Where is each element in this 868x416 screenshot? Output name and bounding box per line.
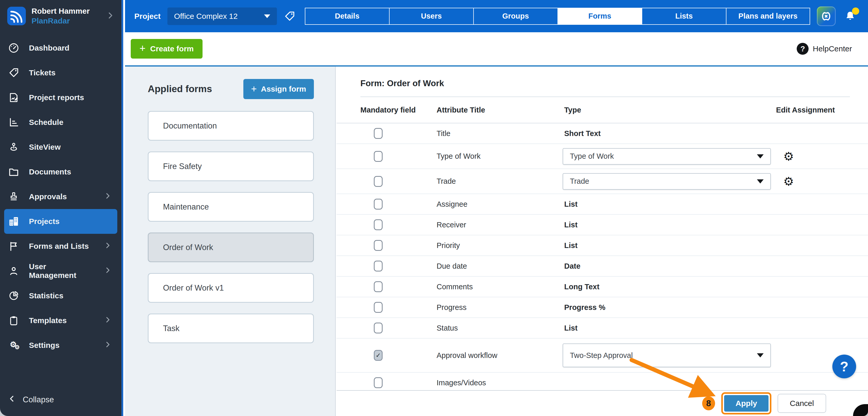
sidebar-item-projects[interactable]: Projects [4, 209, 117, 234]
tab-details[interactable]: Details [305, 8, 389, 25]
mandatory-checkbox[interactable] [374, 199, 382, 210]
column-attribute-title: Attribute Title [437, 106, 564, 114]
sidebar-item-dashboard[interactable]: Dashboard [4, 36, 117, 60]
mandatory-checkbox[interactable] [374, 302, 382, 313]
form-footer: 8 Apply Cancel [337, 390, 868, 416]
tab-users[interactable]: Users [389, 8, 473, 25]
applied-form-card-order-of-work[interactable]: Order of Work [148, 233, 314, 262]
stamp-icon [8, 191, 20, 203]
table-header: Mandatory field Attribute Title Type Edi… [337, 97, 868, 124]
tab-plans-and-layers[interactable]: Plans and layers [726, 8, 810, 25]
help-center-label: HelpCenter [813, 44, 852, 53]
mandatory-checkbox[interactable] [374, 128, 382, 139]
sidebar-item-schedule[interactable]: Schedule [4, 110, 117, 135]
type-dropdown[interactable]: Trade [563, 173, 771, 190]
tab-forms[interactable]: Forms [557, 8, 642, 25]
assign-form-button[interactable]: + Assign form [243, 79, 314, 99]
sidebar-item-templates[interactable]: Templates [4, 308, 117, 333]
tags-icon[interactable] [284, 10, 296, 22]
mandatory-checkbox[interactable] [374, 322, 382, 334]
applied-form-name: Maintenance [163, 202, 209, 212]
sidebar-item-label: Templates [29, 316, 67, 325]
attribute-title: Receiver [437, 221, 564, 229]
mandatory-checkbox[interactable]: ✓ [374, 350, 382, 361]
sidebar-item-label: Project reports [29, 93, 84, 102]
sidebar-item-siteview[interactable]: SiteView [4, 135, 117, 160]
apply-button[interactable]: Apply [724, 395, 769, 412]
create-form-label: Create form [150, 44, 193, 53]
sidebar-item-settings[interactable]: ⚙︎⚙︎Settings [4, 333, 117, 358]
schedule-icon [8, 116, 20, 128]
sidebar-item-documents[interactable]: Documents [4, 160, 117, 184]
mandatory-checkbox[interactable] [374, 261, 382, 272]
attribute-title: Due date [437, 262, 564, 271]
applied-forms-panel: Applied forms + Assign form Documentatio… [125, 67, 336, 416]
tab-groups[interactable]: Groups [473, 8, 557, 25]
pie-icon [8, 290, 20, 302]
sidebar-item-label: Schedule [29, 118, 63, 127]
sidebar-item-statistics[interactable]: Statistics [4, 283, 117, 308]
attribute-title: Comments [437, 283, 564, 291]
applied-form-card-fire-safety[interactable]: Fire Safety [148, 151, 314, 181]
gears-icon: ⚙︎⚙︎ [8, 339, 20, 351]
plus-icon: + [251, 84, 257, 94]
help-center-link[interactable]: ? HelpCenter [797, 43, 852, 55]
form-field-row-trade: TradeTrade⚙ [337, 169, 868, 194]
column-edit-assignment: Edit Assignment [776, 106, 850, 114]
mandatory-checkbox[interactable] [374, 281, 382, 292]
connect-icon[interactable] [817, 6, 836, 26]
type-dropdown[interactable]: Type of Work [563, 148, 771, 165]
building-icon [8, 215, 20, 228]
edit-assignment-gear-icon[interactable]: ⚙ [783, 175, 794, 188]
attribute-title: Title [437, 129, 564, 138]
user-icon [8, 265, 20, 277]
attribute-title: Trade [437, 177, 564, 185]
sidebar-item-project-reports[interactable]: Project reports [4, 85, 117, 110]
form-field-table: TitleShort TextType of WorkType of Work⚙… [337, 124, 868, 393]
sidebar-item-approvals[interactable]: Approvals [4, 184, 117, 209]
collapse-button[interactable]: Collapse [0, 391, 62, 409]
form-toolbar: + Create form ? HelpCenter [125, 32, 868, 67]
tab-lists[interactable]: Lists [642, 8, 726, 25]
mandatory-checkbox[interactable] [374, 377, 382, 388]
mandatory-checkbox[interactable] [374, 151, 382, 162]
plus-icon: + [140, 43, 146, 54]
sidebar-item-tickets[interactable]: Tickets [4, 60, 117, 85]
chevron-right-icon [104, 242, 112, 251]
form-field-row-receiver: ReceiverList [337, 215, 868, 235]
notification-badge [852, 7, 859, 15]
sidebar-item-user-management[interactable]: User Management [4, 258, 117, 283]
bell-icon[interactable] [842, 8, 858, 25]
type-value: List [564, 324, 578, 332]
assign-form-label: Assign form [261, 84, 306, 94]
attribute-title: Assignee [437, 200, 564, 209]
sidebar-item-forms-and-lists[interactable]: Forms and Lists [4, 234, 117, 258]
applied-form-card-maintenance[interactable]: Maintenance [148, 192, 314, 222]
sidebar-item-label: SiteView [29, 143, 61, 151]
folder-icon [8, 166, 20, 178]
applied-form-card-documentation[interactable]: Documentation [148, 111, 314, 141]
type-dropdown[interactable]: Two-Step Approval [563, 344, 771, 367]
question-icon: ? [797, 43, 809, 55]
form-field-row-comments: CommentsLong Text [337, 277, 868, 297]
chevron-right-icon [104, 266, 112, 276]
column-type: Type [564, 106, 776, 114]
applied-form-card-order-of-work-v1[interactable]: Order of Work v1 [148, 273, 314, 303]
sidebar: Robert Hammer PlanRadar DashboardTickets… [0, 0, 123, 416]
mandatory-checkbox[interactable] [374, 176, 382, 187]
mandatory-checkbox[interactable] [374, 219, 382, 230]
edit-assignment-gear-icon[interactable]: ⚙ [783, 150, 794, 163]
type-value: List [564, 200, 578, 208]
type-value: Short Text [564, 129, 601, 138]
mandatory-checkbox[interactable] [374, 240, 382, 251]
account-switcher[interactable]: Robert Hammer PlanRadar [0, 0, 121, 32]
cancel-button[interactable]: Cancel [778, 394, 826, 413]
chevron-right-icon [104, 192, 112, 202]
create-form-button[interactable]: + Create form [131, 39, 203, 59]
form-field-row-assignee: AssigneeList [337, 194, 868, 215]
flag-icon [8, 240, 20, 252]
sidebar-item-label: Projects [29, 217, 59, 226]
help-widget-button[interactable]: ? [832, 355, 856, 378]
applied-form-card-task[interactable]: Task [148, 314, 314, 343]
project-select[interactable]: Office Complex 12 [167, 7, 277, 25]
